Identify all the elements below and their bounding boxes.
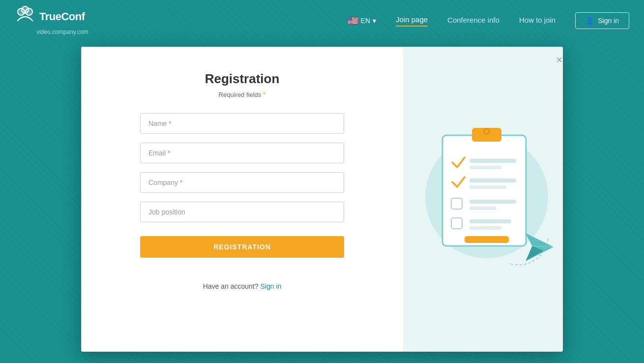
svg-rect-9 (469, 179, 516, 182)
company-input[interactable] (140, 172, 344, 193)
email-field-group (140, 143, 344, 163)
svg-point-6 (485, 129, 489, 133)
svg-point-2 (26, 8, 32, 15)
modal-title: Registration (205, 71, 280, 87)
registration-illustration (423, 121, 551, 278)
nav-how-to-join[interactable]: How to join (519, 16, 556, 26)
required-hint: Required fields * (219, 91, 266, 98)
logo-subtitle: video.company.com (36, 29, 88, 35)
email-input[interactable] (140, 143, 344, 163)
have-account-text: Have an account? (203, 282, 259, 290)
required-star-hint: * (263, 91, 265, 98)
registration-modal: Registration Required fields * REGISTRAT… (81, 47, 563, 352)
svg-rect-13 (469, 207, 497, 210)
logo-icon (15, 6, 35, 28)
lang-label: EN (361, 17, 370, 25)
nav-conference-info[interactable]: Conference info (447, 16, 499, 26)
header-sign-in-button[interactable]: 👤 Sign in (575, 12, 629, 29)
logo-row: TrueConf (15, 6, 85, 28)
close-button[interactable]: × (556, 55, 562, 65)
person-icon: 👤 (585, 17, 594, 25)
job-position-field-group (140, 202, 344, 222)
register-button[interactable]: REGISTRATION (140, 236, 344, 258)
svg-rect-10 (469, 185, 506, 189)
job-position-input[interactable] (140, 202, 344, 222)
svg-rect-14 (451, 218, 462, 229)
svg-rect-7 (469, 159, 516, 163)
svg-rect-11 (451, 198, 462, 209)
name-field-group (140, 113, 344, 134)
company-field-group (140, 172, 344, 193)
main-nav: Join page Conference info How to join (396, 15, 556, 27)
svg-rect-12 (469, 200, 516, 204)
name-input[interactable] (140, 113, 344, 134)
required-hint-text: Required fields (219, 91, 262, 98)
header-sign-in-label: Sign in (598, 17, 619, 25)
logo-area: TrueConf video.company.com (15, 6, 88, 35)
chevron-down-icon: ▾ (373, 17, 376, 25)
modal-form-panel: Registration Required fields * REGISTRAT… (81, 47, 403, 352)
lang-selector[interactable]: 🇺🇸 EN ▾ (348, 15, 376, 26)
sign-in-link[interactable]: Sign in (260, 282, 281, 290)
logo-text: TrueConf (39, 10, 85, 23)
dashed-arc-svg (494, 209, 553, 268)
modal-illustration-panel: × (403, 47, 563, 352)
header: TrueConf video.company.com 🇺🇸 EN ▾ Join … (0, 0, 644, 41)
have-account-row: Have an account? Sign in (203, 282, 282, 290)
nav-join-page[interactable]: Join page (396, 15, 428, 27)
svg-rect-8 (469, 166, 501, 169)
